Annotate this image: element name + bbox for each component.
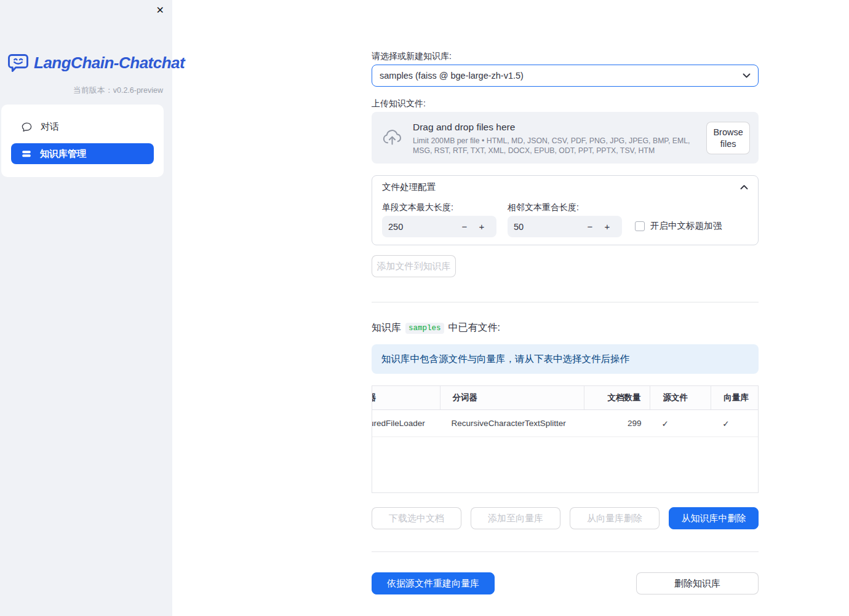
delete-kb-button[interactable]: 删除知识库 (636, 572, 759, 594)
chevron-down-icon (743, 73, 751, 79)
chatchat-logo-icon (7, 53, 29, 73)
kb-files-heading: 知识库 samples 中已有文件: (372, 322, 500, 334)
column-header-splitter[interactable]: 分词器 (440, 386, 584, 409)
checkbox-label: 开启中文标题加强 (650, 220, 722, 232)
divider (372, 551, 759, 552)
cell-vector-store-check: ✓ (711, 410, 758, 436)
zh-title-enhance-checkbox[interactable]: 开启中文标题加强 (635, 220, 722, 232)
column-header-loader[interactable]: 器 (372, 386, 440, 409)
delete-from-kb-button[interactable]: 从知识库中删除 (669, 507, 759, 529)
overlap-size-label: 相邻文本重合长度: (508, 202, 579, 213)
info-banner: 知识库中包含源文件与向量库，请从下表中选择文件后操作 (372, 344, 759, 374)
kb-files-table[interactable]: 器 分词器 文档数量 源文件 向量库 uredFileLoader Recurs… (372, 385, 759, 493)
column-header-doc-count[interactable]: 文档数量 (584, 386, 651, 409)
chevron-up-icon (740, 184, 748, 190)
add-to-vector-store-button[interactable]: 添加至向量库 (471, 507, 560, 529)
overlap-size-value: 50 (514, 222, 581, 232)
plus-icon[interactable]: + (599, 221, 616, 232)
chunk-size-input[interactable]: 250 − + (382, 216, 496, 237)
sidebar-item-label: 知识库管理 (40, 148, 86, 160)
main-content: 请选择或新建知识库: samples (faiss @ bge-large-zh… (372, 0, 759, 616)
browse-files-button[interactable]: Browse files (706, 122, 750, 154)
kb-selectbox[interactable]: samples (faiss @ bge-large-zh-v1.5) (372, 65, 759, 87)
cell-doc-count: 299 (584, 410, 651, 436)
overlap-size-input[interactable]: 50 − + (508, 216, 622, 237)
minus-icon[interactable]: − (581, 221, 599, 232)
collection-icon (21, 148, 32, 159)
column-header-source-file[interactable]: 源文件 (650, 386, 711, 409)
kb-files-suffix: 中已有文件: (448, 322, 500, 334)
chunk-size-label: 单段文本最大长度: (382, 202, 453, 213)
sidebar-item-chat[interactable]: 对话 (1, 116, 164, 138)
app-page: ✕ LangChain-Chatchat 当前版本：v0.2.6-preview (0, 0, 849, 616)
cloud-upload-icon (381, 128, 403, 146)
dropzone-instructions: Drag and drop files here Limit 200MB per… (413, 122, 706, 156)
version-label: 当前版本： (73, 85, 113, 95)
cell-loader: uredFileLoader (372, 410, 440, 436)
divider (372, 302, 759, 302)
file-config-title: 文件处理配置 (382, 181, 740, 193)
version-text: 当前版本：v0.2.6-preview (73, 85, 163, 96)
sidebar: ✕ LangChain-Chatchat 当前版本：v0.2.6-preview (0, 0, 172, 616)
kb-files-prefix: 知识库 (372, 322, 401, 334)
sidebar-close-icon[interactable]: ✕ (156, 4, 164, 17)
kb-select-label: 请选择或新建知识库: (372, 51, 452, 62)
app-title: LangChain-Chatchat (34, 53, 185, 73)
download-selected-button[interactable]: 下载选中文档 (372, 507, 461, 529)
sidebar-item-label: 对话 (41, 121, 59, 133)
file-dropzone[interactable]: Drag and drop files here Limit 200MB per… (372, 112, 759, 164)
dropzone-title: Drag and drop files here (413, 122, 706, 133)
cell-source-file-check: ✓ (651, 410, 712, 436)
checkbox-box[interactable] (635, 221, 645, 231)
sidebar-item-knowledge-base[interactable]: 知识库管理 (11, 143, 154, 164)
upload-label: 上传知识文件: (372, 98, 426, 109)
version-value: v0.2.6-preview (113, 86, 163, 95)
file-action-buttons: 下载选中文档 添加至向量库 从向量库删除 从知识库中删除 (372, 507, 759, 529)
plus-icon[interactable]: + (473, 221, 490, 232)
file-config-expander: 文件处理配置 单段文本最大长度: 250 − + 相邻文本重合长度: 50 − … (372, 175, 759, 245)
kb-name-code: samples (405, 323, 444, 334)
chunk-size-value: 250 (388, 222, 456, 232)
add-files-to-kb-button[interactable]: 添加文件到知识库 (372, 255, 456, 277)
sidebar-nav: 对话 知识库管理 (1, 105, 164, 177)
delete-from-vector-store-button[interactable]: 从向量库删除 (570, 507, 660, 529)
rebuild-vector-store-button[interactable]: 依据源文件重建向量库 (372, 572, 495, 594)
table-header-row: 器 分词器 文档数量 源文件 向量库 (372, 386, 758, 410)
app-logo: LangChain-Chatchat (7, 53, 185, 73)
file-config-expander-header[interactable]: 文件处理配置 (372, 176, 758, 198)
cell-splitter: RecursiveCharacterTextSplitter (440, 410, 584, 436)
minus-icon[interactable]: − (456, 221, 473, 232)
dropzone-limit-text: Limit 200MB per file • HTML, MD, JSON, C… (413, 136, 706, 156)
column-header-vector-store[interactable]: 向量库 (711, 386, 758, 409)
kb-selectbox-value: samples (faiss @ bge-large-zh-v1.5) (380, 71, 743, 81)
chat-bubble-icon (21, 121, 33, 133)
table-row[interactable]: uredFileLoader RecursiveCharacterTextSpl… (372, 410, 758, 437)
